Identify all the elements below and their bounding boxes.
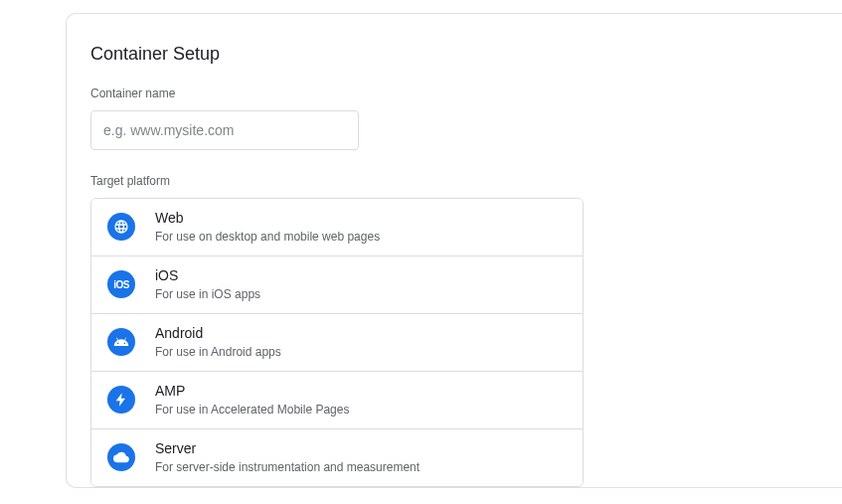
platform-title: AMP <box>155 382 349 400</box>
platform-option-android[interactable]: Android For use in Android apps <box>91 314 583 372</box>
platform-desc: For use in iOS apps <box>155 286 260 303</box>
platform-desc: For use on desktop and mobile web pages <box>155 229 380 246</box>
platform-text: AMP For use in Accelerated Mobile Pages <box>155 382 349 419</box>
target-platform-label: Target platform <box>90 174 818 188</box>
ios-icon: iOS <box>107 270 135 298</box>
platform-desc: For use in Android apps <box>155 344 281 361</box>
platform-title: iOS <box>155 266 260 284</box>
platform-option-ios[interactable]: iOS iOS For use in iOS apps <box>91 256 583 314</box>
container-setup-panel: Container Setup Container name Target pl… <box>66 13 842 488</box>
platform-option-server[interactable]: Server For server-side instrumentation a… <box>91 429 583 486</box>
platform-desc: For use in Accelerated Mobile Pages <box>155 402 349 419</box>
platform-option-amp[interactable]: AMP For use in Accelerated Mobile Pages <box>91 372 583 429</box>
platform-text: Android For use in Android apps <box>155 324 281 361</box>
container-name-input[interactable] <box>90 110 359 150</box>
platform-list: Web For use on desktop and mobile web pa… <box>90 198 584 487</box>
target-platform-section: Target platform Web For use on desktop a… <box>90 174 818 487</box>
platform-title: Android <box>155 324 281 342</box>
amp-icon <box>107 386 135 414</box>
platform-title: Web <box>155 209 380 227</box>
cloud-icon <box>107 443 135 471</box>
globe-icon <box>107 213 135 241</box>
platform-text: Server For server-side instrumentation a… <box>155 439 420 476</box>
page-title: Container Setup <box>90 44 818 65</box>
android-icon <box>107 328 135 356</box>
platform-option-web[interactable]: Web For use on desktop and mobile web pa… <box>91 199 583 256</box>
container-name-label: Container name <box>90 86 818 100</box>
platform-text: iOS For use in iOS apps <box>155 266 260 303</box>
platform-desc: For server-side instrumentation and meas… <box>155 459 420 476</box>
platform-title: Server <box>155 439 420 457</box>
platform-text: Web For use on desktop and mobile web pa… <box>155 209 380 246</box>
